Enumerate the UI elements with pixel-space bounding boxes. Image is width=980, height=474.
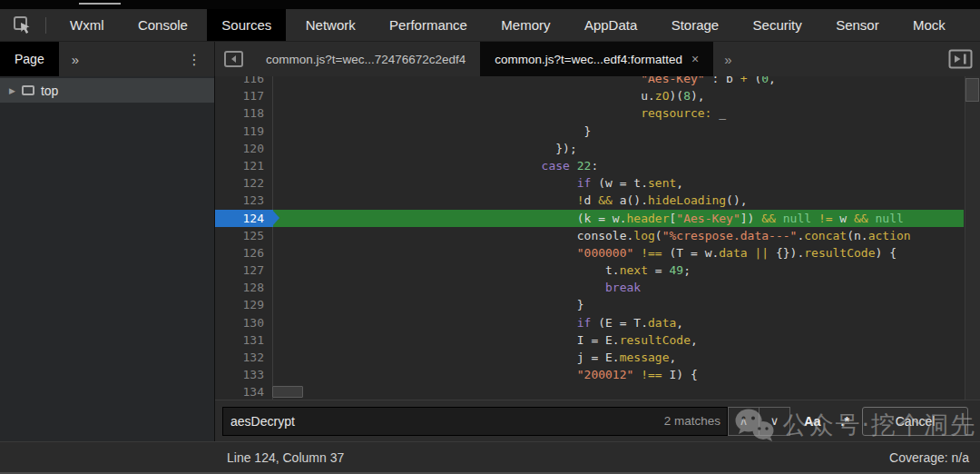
tab-appdata[interactable]: AppData bbox=[570, 9, 652, 41]
sidebar-header: Page » ⋮ bbox=[0, 42, 215, 76]
line-number[interactable]: 124 bbox=[215, 210, 273, 227]
secondary-bar: Page » ⋮ common.js?t=wec...72476672c2edf… bbox=[0, 42, 980, 76]
code-line-123[interactable]: 123 !d && a().hideLoading(), bbox=[215, 192, 980, 209]
line-number[interactable]: 119 bbox=[215, 123, 273, 140]
regex-button[interactable]: .* bbox=[837, 411, 855, 431]
search-match-count: 2 matches bbox=[664, 414, 720, 428]
close-icon[interactable]: × bbox=[691, 52, 699, 66]
search-input[interactable]: aesDecrypt 2 matches bbox=[222, 407, 728, 436]
previous-match-button[interactable]: ∧ bbox=[728, 407, 760, 436]
line-number[interactable]: 129 bbox=[215, 296, 273, 313]
code-line-127[interactable]: 127 t.next = 49; bbox=[215, 262, 980, 279]
inspect-element-button[interactable] bbox=[0, 9, 45, 41]
line-number[interactable]: 131 bbox=[215, 331, 273, 349]
expand-arrow-icon[interactable]: ▶ bbox=[9, 86, 15, 95]
code-line-133[interactable]: 133 "200012" !== I) { bbox=[215, 366, 980, 383]
file-tab-bar: common.js?t=wec...72476672c2edf4common.j… bbox=[215, 42, 980, 76]
code-text: (k = w.header["Aes-Key"]) && null != w &… bbox=[273, 210, 964, 227]
code-line-124[interactable]: 124 (k = w.header["Aes-Key"]) && null !=… bbox=[215, 210, 980, 227]
code-line-131[interactable]: 131 I = E.resultCode, bbox=[215, 331, 980, 349]
frame-tree-label: top bbox=[41, 84, 58, 98]
vertical-scrollbar[interactable] bbox=[965, 76, 980, 400]
tab-sources[interactable]: Sources bbox=[207, 9, 286, 41]
tab-wxml[interactable]: Wxml bbox=[55, 9, 119, 41]
line-number[interactable]: 126 bbox=[215, 244, 273, 262]
frame-tree-item-top[interactable]: ▶ top bbox=[0, 78, 214, 103]
horizontal-scrollbar-thumb[interactable] bbox=[272, 386, 303, 398]
next-match-button[interactable]: ∨ bbox=[759, 407, 790, 436]
line-number[interactable]: 128 bbox=[215, 279, 273, 296]
code-line-130[interactable]: 130 if (E = T.data, bbox=[215, 314, 980, 331]
vertical-scrollbar-thumb[interactable] bbox=[965, 78, 979, 102]
line-number[interactable]: 132 bbox=[215, 349, 273, 366]
code-text: j = E.message, bbox=[273, 349, 980, 366]
file-tab-0[interactable]: common.js?t=wec...72476672c2edf4 bbox=[251, 42, 480, 76]
code-line-119[interactable]: 119 } bbox=[215, 123, 980, 140]
file-tabs-overflow-icon[interactable]: » bbox=[713, 42, 742, 76]
code-line-120[interactable]: 120 }); bbox=[215, 140, 980, 157]
code-line-132[interactable]: 132 j = E.message, bbox=[215, 349, 980, 366]
code-text: u.zO)(8), bbox=[273, 87, 980, 104]
code-text: "200012" !== I) { bbox=[273, 366, 980, 383]
devtools-window: WxmlConsoleSourcesNetworkPerformanceMemo… bbox=[0, 0, 980, 474]
tab-security[interactable]: Security bbox=[739, 9, 817, 41]
line-number[interactable]: 134 bbox=[215, 383, 273, 400]
cursor-position-text: Line 124, Column 37 bbox=[227, 450, 344, 465]
cancel-button[interactable]: Cancel bbox=[862, 407, 968, 436]
more-options-icon[interactable]: ⋮ bbox=[187, 42, 201, 76]
tab-storage[interactable]: Storage bbox=[657, 9, 734, 41]
status-bar: Line 124, Column 37 Coverage: n/a bbox=[0, 441, 980, 474]
code-text: case 22: bbox=[273, 157, 980, 174]
top-strip-accent bbox=[79, 3, 121, 5]
line-number[interactable]: 116 bbox=[215, 76, 273, 87]
code-text bbox=[273, 383, 980, 400]
line-number[interactable]: 120 bbox=[215, 140, 273, 157]
code-line-126[interactable]: 126 "000000" !== (T = w.data || {}).resu… bbox=[215, 244, 980, 262]
code-line-118[interactable]: 118 reqsource: _ bbox=[215, 104, 980, 122]
tab-console[interactable]: Console bbox=[123, 9, 202, 41]
toggle-debugger-panel-button[interactable] bbox=[948, 42, 973, 76]
line-number[interactable]: 125 bbox=[215, 227, 273, 244]
code-text: I = E.resultCode, bbox=[273, 331, 980, 349]
code-text: reqsource: _ bbox=[273, 104, 980, 122]
line-number[interactable]: 118 bbox=[215, 104, 273, 122]
code-line-122[interactable]: 122 if (w = t.sent, bbox=[215, 174, 980, 192]
toggle-navigator-button[interactable] bbox=[215, 42, 251, 76]
code-line-134[interactable]: 134 bbox=[215, 383, 980, 400]
tab-sensor[interactable]: Sensor bbox=[821, 9, 894, 41]
code-line-125[interactable]: 125 console.log("%crespose.data---".conc… bbox=[215, 227, 980, 244]
match-case-button[interactable]: Aa bbox=[799, 411, 826, 431]
code-line-128[interactable]: 128 break bbox=[215, 279, 980, 296]
line-number[interactable]: 122 bbox=[215, 174, 273, 192]
sidebar-tabs-overflow-icon[interactable]: » bbox=[72, 42, 79, 76]
file-tab-label: common.js?t=wec...72476672c2edf4 bbox=[266, 53, 466, 66]
code-text: t.next = 49; bbox=[273, 262, 980, 279]
code-line-121[interactable]: 121 case 22: bbox=[215, 157, 980, 174]
file-tab-1[interactable]: common.js?t=wec...edf4:formatted× bbox=[480, 42, 713, 76]
line-number[interactable]: 117 bbox=[215, 87, 273, 104]
code-lines: 116 "Aes-Key" : b + (0,117 u.zO)(8),118 … bbox=[215, 76, 980, 400]
code-line-116[interactable]: 116 "Aes-Key" : b + (0, bbox=[215, 76, 980, 87]
code-line-117[interactable]: 117 u.zO)(8), bbox=[215, 87, 980, 104]
code-text: if (w = t.sent, bbox=[273, 174, 980, 192]
find-bar: aesDecrypt 2 matches ∧ ∨ Aa .* Cancel bbox=[215, 400, 980, 441]
sidebar-tab-page[interactable]: Page bbox=[0, 42, 59, 76]
line-number[interactable]: 127 bbox=[215, 262, 273, 279]
code-line-129[interactable]: 129 } bbox=[215, 296, 980, 313]
tab-performance[interactable]: Performance bbox=[375, 9, 482, 41]
code-text: } bbox=[273, 296, 980, 313]
code-editor[interactable]: 116 "Aes-Key" : b + (0,117 u.zO)(8),118 … bbox=[215, 76, 980, 400]
tab-network[interactable]: Network bbox=[291, 9, 370, 41]
code-text: "Aes-Key" : b + (0, bbox=[273, 76, 980, 87]
code-text: console.log("%crespose.data---".concat(n… bbox=[273, 227, 980, 244]
line-number[interactable]: 133 bbox=[215, 366, 273, 383]
inspect-cursor-icon bbox=[13, 15, 33, 35]
line-number[interactable]: 121 bbox=[215, 157, 273, 174]
page-sidebar: ▶ top bbox=[0, 76, 215, 441]
line-number[interactable]: 130 bbox=[215, 314, 273, 331]
tab-mock[interactable]: Mock bbox=[898, 9, 960, 41]
coverage-text: Coverage: n/a bbox=[889, 450, 969, 465]
line-number[interactable]: 123 bbox=[215, 192, 273, 209]
tab-memory[interactable]: Memory bbox=[486, 9, 564, 41]
code-text: }); bbox=[273, 140, 980, 157]
